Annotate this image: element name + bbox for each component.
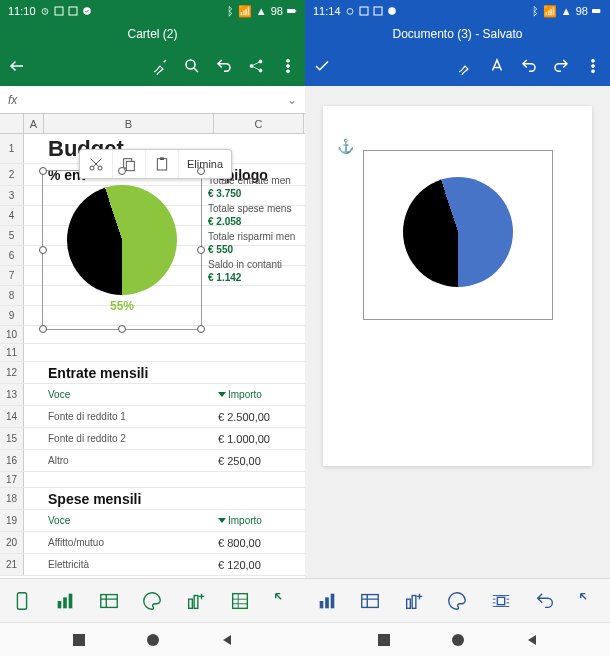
row-header[interactable]: 4 bbox=[0, 206, 24, 225]
row-header[interactable]: 3 bbox=[0, 186, 24, 205]
summary-value: € 2.058 bbox=[208, 216, 295, 228]
brush-icon[interactable] bbox=[456, 57, 474, 75]
formula-bar[interactable]: fx ⌄ bbox=[0, 86, 305, 114]
text-format-icon[interactable] bbox=[488, 57, 506, 75]
col-header[interactable]: B bbox=[44, 114, 214, 133]
svg-rect-5 bbox=[295, 10, 296, 12]
table-cell: € 120,00 bbox=[218, 559, 261, 571]
grid-icon[interactable] bbox=[229, 590, 251, 612]
svg-point-35 bbox=[592, 65, 595, 68]
resize-handle[interactable] bbox=[197, 167, 205, 175]
palette-icon[interactable] bbox=[141, 590, 163, 612]
expand-icon[interactable] bbox=[272, 590, 294, 612]
resize-handle[interactable] bbox=[39, 246, 47, 254]
search-icon[interactable] bbox=[183, 57, 201, 75]
row-header[interactable]: 10 bbox=[0, 326, 24, 343]
nav-recents-icon[interactable] bbox=[72, 633, 86, 647]
pie-chart-object[interactable] bbox=[363, 150, 553, 320]
row-header[interactable]: 14 bbox=[0, 406, 24, 427]
svg-point-28 bbox=[147, 634, 159, 646]
svg-rect-19 bbox=[17, 592, 26, 609]
row-header[interactable]: 12 bbox=[0, 362, 24, 383]
svg-rect-23 bbox=[101, 594, 118, 607]
nav-home-icon[interactable] bbox=[146, 633, 160, 647]
row-header[interactable]: 5 bbox=[0, 226, 24, 245]
square-icon bbox=[68, 6, 78, 16]
done-icon[interactable] bbox=[313, 57, 331, 75]
anchor-icon: ⚓ bbox=[337, 138, 354, 154]
chart-add-icon[interactable] bbox=[403, 590, 425, 612]
pie-percent-label: 55% bbox=[43, 299, 201, 313]
row-header[interactable]: 13 bbox=[0, 384, 24, 405]
share-icon[interactable] bbox=[247, 57, 265, 75]
undo-icon[interactable] bbox=[520, 57, 538, 75]
brush-icon[interactable] bbox=[151, 57, 169, 75]
row-header[interactable]: 8 bbox=[0, 286, 24, 305]
table-icon[interactable] bbox=[359, 590, 381, 612]
table-cell: Affitto/mutuo bbox=[48, 537, 104, 548]
row-header[interactable]: 19 bbox=[0, 510, 24, 531]
row-header[interactable]: 2 bbox=[0, 164, 24, 185]
nav-back-icon[interactable] bbox=[220, 633, 234, 647]
col-header[interactable]: C bbox=[214, 114, 304, 133]
excel-app: 11:10 ᛒ 📶 ▲ 98 Cartel (2) bbox=[0, 0, 305, 656]
svg-rect-41 bbox=[407, 599, 411, 608]
spreadsheet[interactable]: A B C 1Budget 2% entepilogo 3 4 5 6 7 8 … bbox=[0, 114, 305, 578]
select-all-cell[interactable] bbox=[0, 114, 24, 133]
document-canvas[interactable]: ⚓ bbox=[305, 86, 610, 578]
palette-icon[interactable] bbox=[446, 590, 468, 612]
table-cell: Altro bbox=[48, 455, 69, 466]
document-page[interactable]: ⚓ bbox=[323, 106, 592, 466]
resize-handle[interactable] bbox=[197, 325, 205, 333]
cut-icon bbox=[88, 156, 104, 172]
copy-button[interactable] bbox=[113, 150, 146, 178]
resize-handle[interactable] bbox=[118, 167, 126, 175]
row-header[interactable]: 15 bbox=[0, 428, 24, 449]
resize-handle[interactable] bbox=[118, 325, 126, 333]
more-icon[interactable] bbox=[279, 57, 297, 75]
svg-rect-1 bbox=[55, 7, 63, 15]
undo-icon[interactable] bbox=[534, 590, 556, 612]
chevron-down-icon[interactable]: ⌄ bbox=[287, 93, 297, 107]
row-header[interactable]: 7 bbox=[0, 266, 24, 285]
nav-home-icon[interactable] bbox=[451, 633, 465, 647]
row-header[interactable]: 11 bbox=[0, 344, 24, 361]
row-header[interactable]: 20 bbox=[0, 532, 24, 553]
row-header[interactable]: 9 bbox=[0, 306, 24, 325]
chart-bar-icon[interactable] bbox=[316, 590, 338, 612]
wrap-icon[interactable] bbox=[490, 590, 512, 612]
row-header[interactable]: 21 bbox=[0, 554, 24, 575]
undo-icon[interactable] bbox=[215, 57, 233, 75]
more-icon[interactable] bbox=[584, 57, 602, 75]
square-icon bbox=[359, 6, 369, 16]
column-label: Importo bbox=[228, 389, 262, 400]
svg-rect-40 bbox=[362, 594, 379, 607]
chart-bar-icon[interactable] bbox=[54, 590, 76, 612]
row-header[interactable]: 17 bbox=[0, 472, 24, 487]
back-icon[interactable] bbox=[8, 57, 26, 75]
col-header[interactable]: A bbox=[24, 114, 44, 133]
phone-icon[interactable] bbox=[11, 590, 33, 612]
resize-handle[interactable] bbox=[39, 167, 47, 175]
resize-handle[interactable] bbox=[39, 325, 47, 333]
chart-add-icon[interactable] bbox=[185, 590, 207, 612]
table-icon[interactable] bbox=[98, 590, 120, 612]
summary-label: Saldo in contanti bbox=[208, 259, 295, 271]
column-label: Importo bbox=[228, 515, 262, 526]
svg-rect-42 bbox=[412, 595, 416, 608]
row-header[interactable]: 1 bbox=[0, 134, 24, 163]
cut-button[interactable] bbox=[80, 150, 113, 178]
redo-icon[interactable] bbox=[552, 57, 570, 75]
battery-pct: 98 bbox=[271, 5, 283, 17]
nav-recents-icon[interactable] bbox=[377, 633, 391, 647]
row-header[interactable]: 6 bbox=[0, 246, 24, 265]
row-header[interactable]: 18 bbox=[0, 488, 24, 509]
delete-button[interactable]: Elimina bbox=[179, 150, 231, 178]
expand-icon[interactable] bbox=[577, 590, 599, 612]
pie-chart-object[interactable]: Elimina 55% bbox=[42, 170, 202, 330]
status-time: 11:10 bbox=[8, 5, 36, 17]
resize-handle[interactable] bbox=[197, 246, 205, 254]
nav-back-icon[interactable] bbox=[525, 633, 539, 647]
paste-button[interactable] bbox=[146, 150, 179, 178]
row-header[interactable]: 16 bbox=[0, 450, 24, 471]
